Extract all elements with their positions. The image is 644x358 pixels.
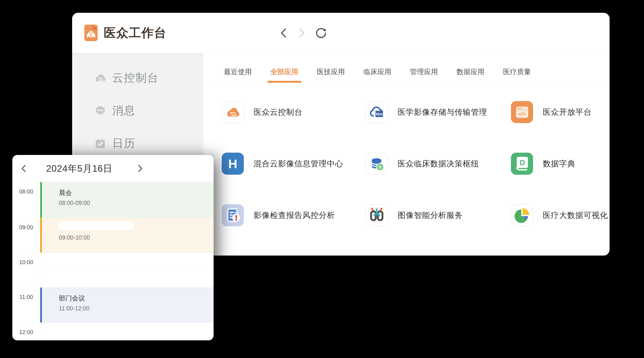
refresh-button[interactable]: [314, 13, 328, 53]
event-time: 11:00-12:00: [59, 305, 214, 312]
app-label: 混合云影像信息管理中心: [254, 159, 343, 169]
pacs-cloud-icon: Mos: [369, 104, 385, 120]
sidebar-item-label: 日历: [112, 136, 136, 151]
tab-medtech[interactable]: 医技应用: [317, 67, 345, 82]
cloud-console-icon: [94, 72, 106, 84]
cloud-console-icon: [226, 105, 240, 119]
report-risk-icon: [222, 204, 244, 226]
calendar-event-redacted[interactable]: 09:00-10:00: [40, 218, 214, 253]
app-bigdata-viz[interactable]: 医疗大数据可视化: [511, 204, 610, 226]
tab-management[interactable]: 管理应用: [410, 67, 438, 82]
tab-all-apps[interactable]: 全部应用: [270, 67, 298, 82]
app-grid: 医众云控制台 Mos 医学影像存储与传输管理: [222, 101, 610, 256]
calendar-day-grid: 08:00 09:00 10:00 11:00 12:00 晨会 08:00-0…: [12, 182, 214, 340]
calendar-next-button[interactable]: [133, 155, 147, 182]
event-time: 08:00-09:00: [59, 199, 214, 206]
app-logo-icon: [84, 25, 98, 41]
tab-quality[interactable]: 医疗质量: [503, 67, 531, 82]
nav-back-button[interactable]: [276, 13, 290, 53]
calendar-icon: [94, 138, 106, 149]
pie-chart-icon: [514, 207, 530, 224]
messages-icon: [94, 105, 106, 116]
time-label: 09:00: [12, 224, 40, 231]
event-accent-bar: [40, 182, 42, 218]
sidebar-item-cloud-console[interactable]: 云控制台: [72, 70, 203, 86]
tab-recent[interactable]: 最近使用: [224, 67, 252, 82]
event-title: 部门会议: [59, 294, 214, 303]
canvas: 医众工作台: [0, 0, 644, 358]
calendar-panel: 2024年5月16日 08:00 09:00 10:00 11:00 12:00…: [12, 155, 214, 340]
clinical-database-icon: [369, 156, 385, 172]
time-label: 12:00: [12, 329, 40, 336]
svg-text:</>: </>: [518, 111, 526, 117]
app-label: 医众开放平台: [543, 107, 592, 118]
app-cloud-console[interactable]: 医众云控制台: [222, 101, 366, 123]
window-title: 医众工作台: [104, 13, 166, 53]
sidebar-item-messages[interactable]: 消息: [72, 102, 203, 119]
hour-gridline: [12, 323, 214, 323]
calendar-event-department-meeting[interactable]: 部门会议 11:00-12:00: [40, 288, 214, 323]
event-title: 晨会: [59, 189, 214, 197]
chevron-right-icon: [298, 28, 306, 38]
sidebar-item-label: 云控制台: [112, 70, 159, 85]
window-header: 医众工作台: [72, 13, 610, 53]
app-label: 医众临床数据决策枢纽: [398, 159, 479, 169]
refresh-icon: [315, 27, 327, 39]
svg-text:Mos: Mos: [376, 112, 382, 116]
app-clinical-data[interactable]: 医众临床数据决策枢纽: [366, 153, 511, 175]
tab-data[interactable]: 数据应用: [456, 67, 484, 82]
calendar-event-morning-meeting[interactable]: 晨会 08:00-09:00: [40, 182, 214, 218]
app-label: 医众云控制台: [254, 107, 302, 118]
svg-text:H: H: [228, 157, 237, 171]
hybrid-cloud-icon: H: [222, 153, 244, 175]
active-tab-underline: [267, 81, 301, 83]
event-title-redacted-pill: [58, 222, 134, 230]
calendar-header: 2024年5月16日: [12, 155, 214, 182]
app-label: 影像检查报告风控分析: [254, 210, 335, 221]
time-label: 08:00: [12, 188, 40, 195]
nav-forward-button[interactable]: [295, 13, 309, 53]
svg-text:D: D: [520, 159, 525, 167]
event-time: 09:00-10:00: [59, 234, 214, 241]
app-hybrid-cloud[interactable]: H 混合云影像信息管理中心: [222, 153, 366, 175]
data-dictionary-icon: D: [511, 153, 533, 175]
time-label: 11:00: [12, 294, 40, 300]
event-accent-bar: [40, 218, 42, 253]
app-label: 数据字典: [543, 159, 575, 169]
app-pacs[interactable]: Mos 医学影像存储与传输管理: [366, 101, 511, 123]
time-label: 10:00: [12, 259, 40, 266]
app-label: 医学影像存储与传输管理: [398, 107, 487, 118]
sidebar-item-label: 消息: [112, 103, 136, 118]
app-category-tabs: 最近使用 全部应用 医技应用 临床应用 管理应用 数据应用 医疗质量: [214, 53, 604, 82]
event-accent-bar: [40, 288, 42, 323]
calendar-date-title: 2024年5月16日: [12, 155, 146, 182]
app-report-risk[interactable]: 影像检查报告风控分析: [222, 204, 366, 226]
chevron-right-icon: [138, 165, 143, 172]
lungs-ai-icon: [366, 204, 388, 226]
app-label: 图像智能分析服务: [398, 210, 463, 221]
sidebar-item-calendar[interactable]: 日历: [72, 135, 203, 152]
app-image-ai[interactable]: 图像智能分析服务: [366, 204, 511, 226]
open-platform-code-icon: </>: [515, 105, 530, 120]
content-area: 最近使用 全部应用 医技应用 临床应用 管理应用 数据应用 医疗质量: [203, 53, 610, 256]
app-label: 医疗大数据可视化: [543, 210, 608, 221]
half-hour-gridline: [40, 270, 214, 270]
chevron-left-icon: [280, 28, 287, 38]
app-open-platform[interactable]: </> 医众开放平台: [511, 101, 610, 123]
tab-clinical[interactable]: 临床应用: [364, 67, 391, 82]
app-data-dictionary[interactable]: D 数据字典: [511, 153, 610, 175]
